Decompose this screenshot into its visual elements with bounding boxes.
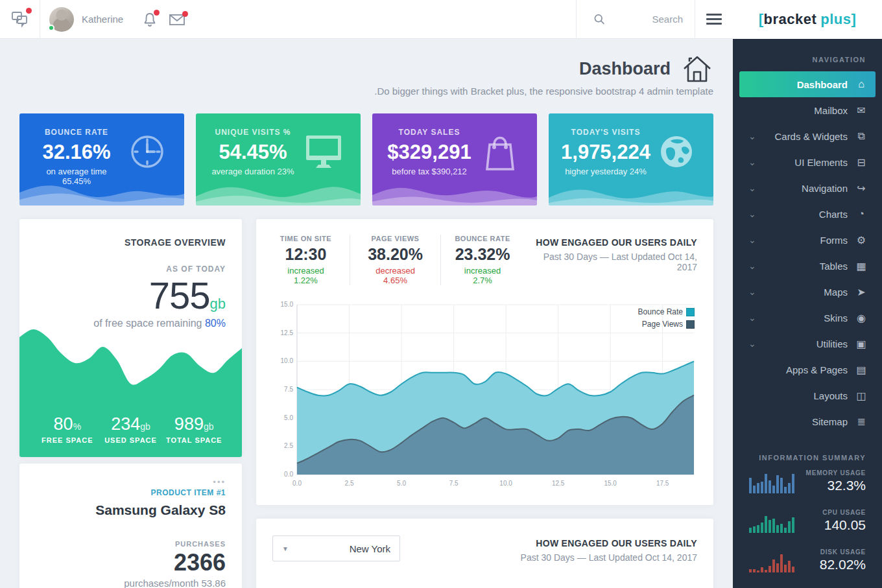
info-summary-cpu-usage: CPU USAGE140.05 xyxy=(749,509,866,533)
sidebar-item-label: UI Elements xyxy=(794,157,848,168)
sidebar-item-mailbox[interactable]: Mailbox✉ xyxy=(739,97,876,123)
stat-card-today-sales: TODAY SALES $329,291 before tax $390,212 xyxy=(372,113,537,206)
user-avatar[interactable] xyxy=(49,7,74,32)
globe-icon xyxy=(658,133,695,171)
page-header: Dashboard .Do bigger things with Bracket… xyxy=(374,54,713,97)
top-header: Katherine [bracketplus] xyxy=(0,0,882,39)
navigation-icon: ↪ xyxy=(855,182,868,194)
svg-text:10.0: 10.0 xyxy=(499,480,512,487)
metric-bounce-rate: BOUNCE RATE 23.32% increased 2.7% xyxy=(441,235,524,285)
sidebar-item-tables[interactable]: ⌄Tables▦ xyxy=(739,253,876,279)
legend-swatch xyxy=(686,320,695,329)
city-select[interactable]: ▼ New York xyxy=(272,535,400,561)
stat-value: 54.45% xyxy=(208,141,298,164)
menu-toggle-button[interactable] xyxy=(695,0,733,39)
chevron-down-icon: ⌄ xyxy=(748,313,756,322)
sidebar-item-utilities[interactable]: ⌄Utilities▣ xyxy=(739,331,876,357)
page-subtitle: .Do bigger things with Bracket plus, the… xyxy=(374,86,713,97)
city-select-value: New York xyxy=(350,543,390,554)
search-icon[interactable] xyxy=(593,12,606,27)
sidebar-item-label: Tables xyxy=(820,261,848,272)
chevron-down-icon: ⌄ xyxy=(748,235,756,244)
sidebar-item-dashboard[interactable]: Dashboard⌂ xyxy=(739,71,876,97)
chart-legend: Bounce RatePage Views xyxy=(638,307,695,332)
stat-card-todays-visits: TODAY'S VISITS 1,975,224 higher yesterda… xyxy=(549,113,713,206)
storage-stat-free: 80% FREE SPACE xyxy=(36,414,99,444)
chart-title: HOW ENGAGED OUR USERS DAILY xyxy=(524,237,697,248)
card-wave-decoration xyxy=(196,176,361,206)
logo-word1: bracket xyxy=(763,11,816,28)
chevron-down-icon: ⌄ xyxy=(748,132,756,141)
apps-pages-icon: ▤ xyxy=(855,364,868,376)
chevron-down-icon: ⌄ xyxy=(748,339,756,348)
sidebar-item-label: Skins xyxy=(824,312,848,323)
svg-text:0.0: 0.0 xyxy=(284,471,293,478)
chat-squares-icon xyxy=(11,11,29,28)
card-wave-decoration xyxy=(372,176,537,206)
svg-text:10.0: 10.0 xyxy=(281,357,294,364)
chevron-down-icon: ⌄ xyxy=(748,287,756,296)
area-chart-canvas: 0.02.55.07.510.012.515.00.02.55.07.510.0… xyxy=(272,300,697,491)
stat-cards-row: BOUNCE RATE 32.16% on average time 65.45… xyxy=(19,113,713,206)
logo-word2: plus xyxy=(820,11,851,28)
sidebar-item-apps-pages[interactable]: Apps & Pages▤ xyxy=(739,357,876,382)
svg-text:0.0: 0.0 xyxy=(292,480,302,487)
legend-swatch xyxy=(686,308,695,316)
legend-label: Bounce Rate xyxy=(638,307,683,316)
utilities-icon: ▣ xyxy=(855,338,868,350)
chevron-down-icon: ⌄ xyxy=(748,261,756,270)
chart-header: HOW ENGAGED OUR USERS DAILY Past 30 Days… xyxy=(521,535,697,563)
sidebar-item-label: Mailbox xyxy=(814,105,848,116)
hamburger-icon xyxy=(706,14,722,25)
sidebar-item-layouts[interactable]: Layouts◫ xyxy=(739,382,876,408)
sidebar-item-label: Utilities xyxy=(816,338,848,349)
sidebar-item-charts[interactable]: ⌄Charts◔ xyxy=(739,201,876,227)
sidebar-item-maps[interactable]: ⌄Maps➤ xyxy=(739,279,876,305)
sidebar-item-navigation[interactable]: ⌄Navigation↪ xyxy=(739,175,876,201)
header-left: Katherine xyxy=(0,0,733,39)
stat-card-bounce-rate: BOUNCE RATE 32.16% on average time 65.45… xyxy=(19,113,184,206)
city-engagement-card: ▼ New York HOW ENGAGED OUR USERS DAILY P… xyxy=(256,519,713,588)
sidebar-nav: Dashboard⌂Mailbox✉⌄Cards & Widgets⧉⌄UI E… xyxy=(733,71,882,434)
notification-dot xyxy=(154,10,160,16)
legend-item-page-views: Page Views xyxy=(638,320,695,329)
svg-text:15.0: 15.0 xyxy=(281,301,294,308)
brand-logo[interactable]: [bracketplus] xyxy=(733,0,882,39)
online-status-dot xyxy=(48,25,54,31)
storage-title: STORAGE OVERVIEW xyxy=(36,237,226,248)
sidebar-info-label: INFORMATION SUMMARY xyxy=(733,434,882,469)
info-label: MEMORY USAGE xyxy=(806,469,866,476)
svg-text:12.5: 12.5 xyxy=(281,329,294,336)
sidebar-item-ui-elements[interactable]: ⌄UI Elements⊟ xyxy=(739,149,876,175)
sidebar-item-label: Layouts xyxy=(813,390,848,401)
card-menu-dots[interactable]: ••• xyxy=(213,480,226,485)
storage-free-unit: gb xyxy=(210,296,226,312)
sidebar-item-cards-widgets[interactable]: ⌄Cards & Widgets⧉ xyxy=(739,123,876,149)
notifications-button[interactable] xyxy=(143,12,157,27)
user-name[interactable]: Katherine xyxy=(82,14,123,25)
storage-overview-card: STORAGE OVERVIEW AS OF TODAY 755gb of fr… xyxy=(19,219,242,457)
stat-label: BOUNCE RATE xyxy=(31,128,122,137)
sparkline-bar-chart xyxy=(749,512,794,533)
messages-button[interactable] xyxy=(0,0,40,39)
search-input[interactable] xyxy=(606,14,683,25)
sparkline-bar-chart xyxy=(749,552,794,572)
sidebar-item-forms[interactable]: ⌄Forms⚙ xyxy=(739,227,876,253)
stat-label: TODAY SALES xyxy=(384,128,475,137)
sidebar-item-label: Sitemap xyxy=(812,416,848,427)
mail-button[interactable] xyxy=(169,13,185,26)
home-icon xyxy=(681,54,713,83)
info-value: 82.02% xyxy=(820,557,866,572)
info-label: DISK USAGE xyxy=(820,548,866,556)
charts-icon: ◔ xyxy=(855,208,868,220)
sidebar-item-skins[interactable]: ⌄Skins◉ xyxy=(739,305,876,331)
info-label: CPU USAGE xyxy=(822,509,866,516)
sidebar-item-label: Dashboard xyxy=(797,79,848,90)
storage-stat-total: 989gb TOTAL SPACE xyxy=(162,414,226,444)
clock-icon xyxy=(128,133,166,171)
metric-time-on-site: TIME ON SITE 12:30 increased 1.22% xyxy=(272,235,350,285)
svg-text:5.0: 5.0 xyxy=(284,414,293,421)
purchases-value: 2366 xyxy=(36,549,226,576)
sidebar-item-sitemap[interactable]: Sitemap≣ xyxy=(739,408,876,434)
layouts-icon: ◫ xyxy=(855,390,868,402)
